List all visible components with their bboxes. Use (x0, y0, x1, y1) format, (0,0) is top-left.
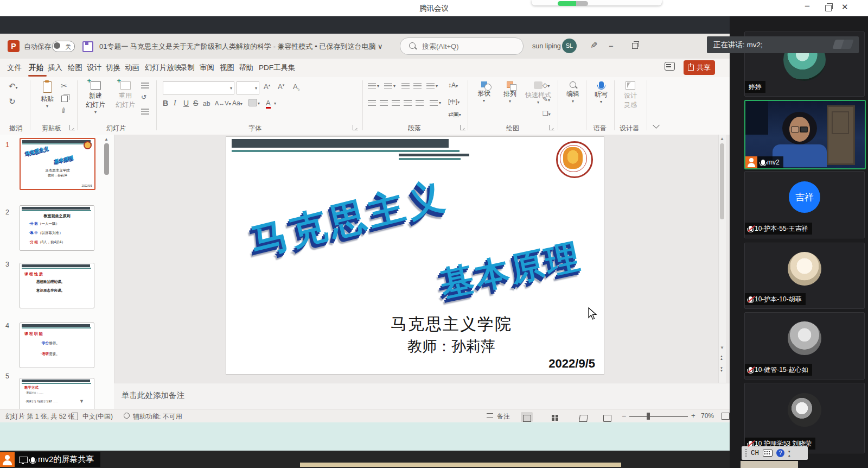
bold-button[interactable]: B (163, 99, 168, 107)
notes-pane[interactable]: 单击此处添加备注 (114, 383, 738, 409)
align-text-button[interactable]: [中]▾ (448, 98, 459, 106)
normal-view-button[interactable] (521, 412, 533, 422)
tab-draw[interactable]: 绘图 (68, 63, 82, 73)
redo-icon[interactable]: ↻ (9, 97, 16, 106)
align-left-icon[interactable] (368, 100, 376, 106)
paragraph-dialog-launcher[interactable] (460, 125, 465, 130)
reset-icon[interactable]: ↺ (141, 93, 146, 101)
tab-insert[interactable]: 插入 (48, 63, 62, 73)
tab-home[interactable]: 开始 (29, 63, 43, 73)
shape-outline-button[interactable]: ✎▾ (542, 96, 550, 103)
slide-org-text[interactable]: 马克思主义学院 (351, 313, 552, 336)
slide-date-text[interactable]: 2022/9/5 (519, 357, 595, 371)
accessibility-status[interactable]: 辅助功能: 不可用 (133, 412, 182, 421)
clear-format-icon[interactable]: A◊ (293, 83, 299, 92)
langbar-help-icon[interactable]: ? (776, 449, 784, 457)
drawing-dialog-launcher[interactable] (549, 125, 554, 130)
line-spacing-icon[interactable] (426, 83, 435, 90)
tab-view[interactable]: 视图 (220, 63, 234, 73)
next-slide-button[interactable]: ▼▼ (720, 367, 723, 372)
shrink-font-icon[interactable]: A▾ (278, 83, 284, 91)
ppt-restore-button[interactable] (632, 43, 638, 49)
account-name[interactable]: sun liping (532, 42, 561, 50)
notes-placeholder[interactable]: 单击此处添加备注 (122, 390, 184, 401)
underline-button[interactable]: U (183, 99, 189, 107)
reuse-slides-button[interactable]: 重用 幻灯片 (112, 81, 139, 110)
fit-to-window-icon[interactable] (722, 413, 730, 420)
avatar[interactable]: SL (562, 39, 577, 53)
shape-effects-button[interactable]: ❏▾ (542, 110, 551, 117)
participant-tile-hufei[interactable]: 10-护本-10-胡菲 (744, 243, 865, 309)
zoom-percentage[interactable]: 70% (701, 412, 714, 420)
clipboard-dialog-launcher[interactable] (69, 125, 75, 130)
copy-icon[interactable] (61, 96, 68, 102)
zoom-slider-track[interactable] (629, 416, 688, 417)
text-shadow-button[interactable]: ab (203, 100, 210, 107)
paste-button[interactable]: 粘贴 ▾ (35, 81, 60, 109)
slide-thumbnail-3[interactable]: 课 程 性 质 思想政治理论课。 意识形态导向课。 (20, 263, 94, 308)
minimize-button[interactable]: − (805, 1, 810, 12)
search-box[interactable] (400, 37, 524, 55)
layout-icon[interactable] (141, 83, 149, 89)
tab-help[interactable]: 帮助 (239, 63, 253, 73)
autosave-toggle[interactable]: 关 (52, 41, 75, 52)
highlight-color-button[interactable] (248, 99, 257, 106)
slide-thumbnail-1[interactable]: 马克思主义 基本原理 马克思主义学院 教师：孙莉萍 2022/9/5 (20, 138, 95, 190)
collapse-ribbon-icon[interactable] (653, 122, 660, 129)
dropdown-arrow[interactable]: ▾ (436, 84, 438, 88)
panel-collapse-icon[interactable]: ▼ (79, 399, 84, 404)
shapes-button[interactable]: 形状 ▾ (472, 81, 496, 103)
tab-animations[interactable]: 动画 (125, 63, 139, 73)
tab-design[interactable]: 设计 (87, 63, 101, 73)
participant-tile-wangjixiang[interactable]: 吉祥 10-护本-55-王吉祥 (744, 171, 865, 238)
slide-wordart-2[interactable]: 基本原理 (436, 227, 615, 308)
shape-fill-button[interactable]: ◇▾ (542, 81, 550, 89)
new-slide-button[interactable]: 新建 幻灯片 ▾ (81, 81, 110, 115)
change-case-button[interactable]: Aa▾ (232, 99, 242, 107)
zoom-in-button[interactable]: + (691, 412, 695, 420)
slide-thumbnail-4[interactable]: 课 程 职 能 ·学分修得。 ·考研需要。 (20, 322, 94, 368)
slide-thumbnail-2[interactable]: 教室就坐之原则 ·分 散（一人一隅） ·靠 中（以屏幕为准） ·分 组（8人，前… (20, 205, 94, 251)
italic-button[interactable]: I (174, 99, 176, 107)
slide-wordart-1[interactable]: 马克思主义 (246, 159, 500, 268)
windows-language-bar[interactable]: CH ? ▾▴ (742, 446, 808, 460)
zoom-out-button[interactable]: − (622, 412, 626, 420)
reading-view-button[interactable] (577, 412, 589, 422)
strikethrough-button[interactable]: S (193, 99, 198, 107)
font-color-button[interactable]: A (266, 99, 271, 109)
powerpoint-icon[interactable]: P (8, 40, 20, 52)
search-input[interactable] (421, 38, 515, 54)
convert-smartart-button[interactable]: ⇄▣▾ (448, 111, 461, 118)
share-button[interactable]: 共享 (684, 60, 715, 75)
scrollbar-thumb[interactable] (720, 143, 724, 219)
comments-icon[interactable] (665, 62, 675, 71)
tab-record[interactable]: 录制 (180, 63, 195, 73)
dictate-button[interactable]: 听写 ▾ (590, 81, 612, 104)
thumb-scrollbar[interactable] (104, 143, 109, 175)
language-status[interactable]: 中文(中国) (82, 412, 113, 421)
cut-icon[interactable]: ✂ (61, 81, 67, 90)
text-direction-button[interactable]: ↕A▾ (448, 81, 458, 89)
participant-tile-zhaoxinru[interactable]: 10-健管-15-赵心如 (744, 312, 865, 380)
tab-review[interactable]: 审阅 (200, 63, 214, 73)
decrease-indent-icon[interactable] (401, 83, 410, 90)
increase-indent-icon[interactable] (413, 83, 422, 90)
font-name-combobox[interactable]: ▾ (163, 81, 234, 94)
thumb-scroll-up-icon[interactable]: ▲ (104, 137, 108, 142)
participant-tile-liuxiaorong[interactable]: 10 护理学53 刘晓荣 (744, 383, 865, 453)
dropdown-arrow[interactable]: ▾ (274, 101, 276, 106)
langbar-mode[interactable]: CH (751, 450, 759, 457)
restore-button[interactable] (825, 5, 832, 11)
tab-file[interactable]: 文件 (7, 63, 22, 73)
notes-toggle-label[interactable]: 备注 (497, 412, 510, 421)
close-button[interactable]: ✕ (841, 2, 848, 12)
char-spacing-button[interactable]: A↔V▾ (215, 100, 231, 106)
section-icon[interactable] (141, 109, 149, 115)
slide-teacher-text[interactable]: 教师：孙莉萍 (351, 337, 552, 356)
coming-soon-icon[interactable]: ✎ (590, 40, 597, 50)
tab-transitions[interactable]: 切换 (106, 63, 120, 73)
undo-icon[interactable]: ↶▾ (9, 81, 18, 91)
columns-icon[interactable] (430, 100, 438, 106)
align-right-icon[interactable] (392, 100, 400, 106)
slide-editor[interactable]: 马克思主义 基本原理 马克思主义学院 教师：孙莉萍 2022/9/5 (226, 137, 604, 374)
